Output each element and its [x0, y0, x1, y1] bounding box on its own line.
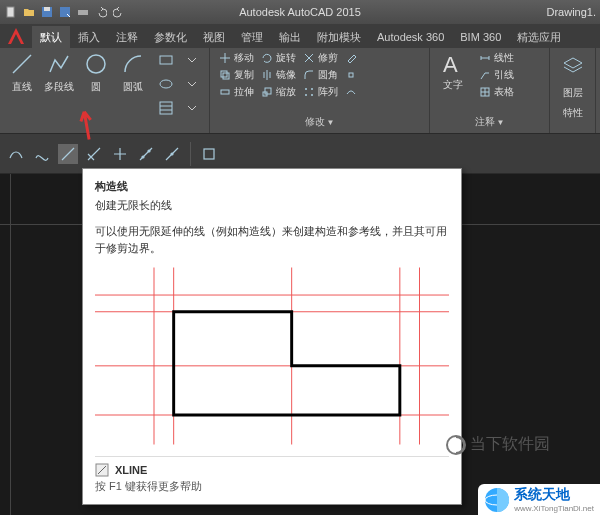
svg-point-5 [87, 55, 105, 73]
dropdown-icon[interactable] [181, 50, 203, 70]
move-icon [218, 51, 232, 65]
app-logo-icon[interactable] [0, 24, 32, 48]
offset-icon [344, 85, 358, 99]
circle-icon [82, 50, 110, 78]
move-button[interactable]: 移动 [216, 50, 256, 66]
layer-panel: 图层 特性 [550, 48, 596, 133]
qat-saveas-icon[interactable] [58, 5, 72, 19]
draw-mini-tools [155, 50, 203, 118]
tab-a360[interactable]: Autodesk 360 [369, 26, 452, 48]
divide-icon[interactable] [136, 144, 156, 164]
svg-point-18 [311, 94, 313, 96]
divider [190, 142, 191, 166]
chevron-down-icon: ▼ [497, 118, 505, 127]
tooltip: 构造线 创建无限长的线 可以使用无限延伸的线（例如构造线）来创建构造和参考线，并… [82, 168, 462, 505]
svg-rect-6 [160, 56, 172, 64]
fillet-icon [302, 68, 316, 82]
tab-strip: 默认 插入 注释 参数化 视图 管理 输出 附加模块 Autodesk 360 … [0, 24, 600, 48]
tab-default[interactable]: 默认 [32, 26, 70, 48]
tooltip-subtitle: 创建无限长的线 [95, 198, 449, 213]
chevron-down-icon: ▼ [327, 118, 335, 127]
linear-dim-button[interactable]: 线性 [476, 50, 516, 66]
qat-plot-icon[interactable] [76, 5, 90, 19]
layer-props-icon[interactable] [560, 50, 586, 80]
polyline-tool[interactable]: 多段线 [43, 50, 74, 94]
arc-icon [119, 50, 147, 78]
qat-open-icon[interactable] [22, 5, 36, 19]
tab-bim360[interactable]: BIM 360 [452, 26, 509, 48]
svg-rect-9 [221, 71, 227, 77]
tab-addins[interactable]: 附加模块 [309, 26, 369, 48]
copy-button[interactable]: 复制 [216, 67, 256, 83]
svg-point-16 [311, 88, 313, 90]
arc-tool[interactable]: 圆弧 [118, 50, 149, 94]
tooltip-f1-hint: 按 F1 键获得更多帮助 [95, 479, 449, 494]
array-button[interactable]: 阵列 [300, 84, 340, 100]
rectangle-icon[interactable] [155, 50, 177, 70]
ellipse-icon[interactable] [155, 74, 177, 94]
svg-rect-0 [7, 7, 14, 17]
erase-button[interactable] [342, 50, 360, 66]
trim-button[interactable]: 修剪 [300, 50, 340, 66]
watermark-2: 系统天地 www.XiTongTianDi.net [478, 484, 600, 515]
qat-redo-icon[interactable] [112, 5, 126, 19]
tab-output[interactable]: 输出 [271, 26, 309, 48]
point-icon[interactable] [110, 144, 130, 164]
svg-point-17 [305, 94, 307, 96]
table-button[interactable]: 表格 [476, 84, 516, 100]
svg-rect-12 [221, 90, 229, 94]
svg-point-23 [171, 153, 173, 155]
tab-view[interactable]: 视图 [195, 26, 233, 48]
svg-rect-10 [223, 73, 229, 79]
rotate-button[interactable]: 旋转 [258, 50, 298, 66]
line-tool[interactable]: 直线 [6, 50, 37, 94]
offset-button[interactable] [342, 84, 360, 100]
modify-panel: 移动 旋转 修剪 复制 镜像 圆角 拉伸 缩放 阵列 修改▼ [210, 48, 430, 133]
array-icon [302, 85, 316, 99]
stretch-icon [218, 85, 232, 99]
tab-featured[interactable]: 精选应用 [509, 26, 569, 48]
line-icon [8, 50, 36, 78]
circle-tool[interactable]: 圆 [81, 50, 112, 94]
tab-annotate[interactable]: 注释 [108, 26, 146, 48]
explode-button[interactable] [342, 67, 360, 83]
svg-text:A: A [443, 52, 458, 77]
dropdown-icon[interactable] [181, 74, 203, 94]
region-icon[interactable] [199, 144, 219, 164]
qat-new-icon[interactable] [4, 5, 18, 19]
tooltip-description: 可以使用无限延伸的线（例如构造线）来创建构造和参考线，并且其可用于修剪边界。 [95, 223, 449, 256]
trim-icon [302, 51, 316, 65]
spline-cv-icon[interactable] [32, 144, 52, 164]
mirror-button[interactable]: 镜像 [258, 67, 298, 83]
polyline-icon [45, 50, 73, 78]
spline-icon[interactable] [6, 144, 26, 164]
tab-insert[interactable]: 插入 [70, 26, 108, 48]
modify-panel-title[interactable]: 修改▼ [216, 113, 423, 131]
stretch-button[interactable]: 拉伸 [216, 84, 256, 100]
svg-point-22 [148, 150, 150, 152]
explode-icon [344, 68, 358, 82]
qat-save-icon[interactable] [40, 5, 54, 19]
svg-rect-8 [160, 102, 172, 114]
tab-manage[interactable]: 管理 [233, 26, 271, 48]
leader-button[interactable]: 引线 [476, 67, 516, 83]
fillet-button[interactable]: 圆角 [300, 67, 340, 83]
hatch-icon[interactable] [155, 98, 177, 118]
tab-parametric[interactable]: 参数化 [146, 26, 195, 48]
linear-icon [478, 51, 492, 65]
qat-undo-icon[interactable] [94, 5, 108, 19]
svg-point-15 [305, 88, 307, 90]
svg-rect-2 [44, 7, 50, 11]
measure-icon[interactable] [162, 144, 182, 164]
leader-icon [478, 68, 492, 82]
text-tool[interactable]: A 文字 [436, 50, 470, 92]
annotation-panel-title[interactable]: 注释▼ [436, 113, 543, 131]
app-title: Autodesk AutoCAD 2015 [239, 6, 361, 18]
svg-rect-11 [349, 73, 353, 77]
svg-point-21 [142, 156, 144, 158]
title-bar: Autodesk AutoCAD 2015 Drawing1. [0, 0, 600, 24]
svg-rect-14 [265, 88, 271, 94]
scale-button[interactable]: 缩放 [258, 84, 298, 100]
svg-point-7 [160, 80, 172, 88]
dropdown-icon[interactable] [181, 98, 203, 118]
